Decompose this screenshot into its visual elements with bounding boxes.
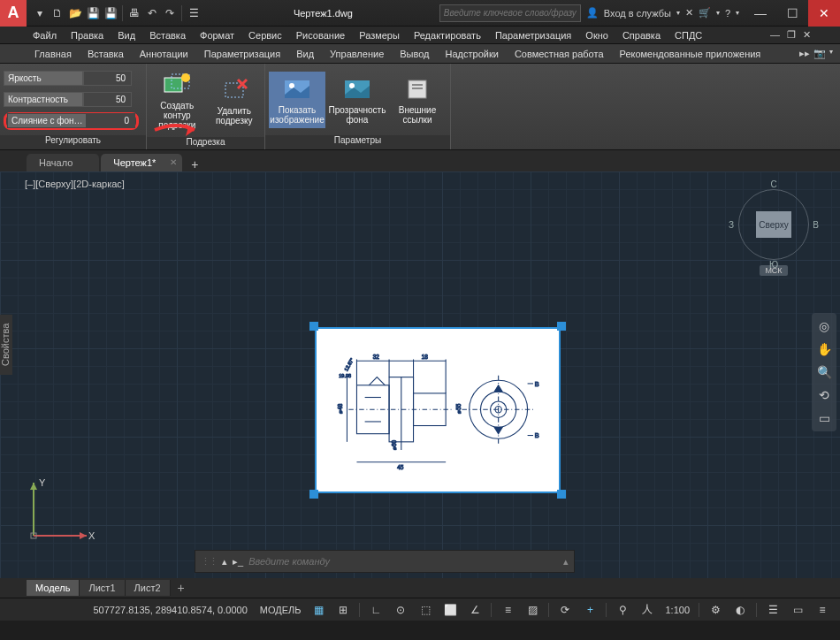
tab-view[interactable]: Вид xyxy=(288,46,322,62)
tab-addins[interactable]: Надстройки xyxy=(438,46,507,62)
show-image-button[interactable]: Показать изображение xyxy=(269,72,325,128)
app-logo[interactable]: A xyxy=(0,0,27,27)
lineweight-icon[interactable]: ≡ xyxy=(497,601,518,619)
transparency-toggle-icon[interactable]: ▨ xyxy=(522,601,543,619)
add-layout-button[interactable]: + xyxy=(171,581,192,595)
menu-parametric[interactable]: Параметризация xyxy=(489,28,577,42)
grip-icon[interactable] xyxy=(309,322,318,331)
tab-apps[interactable]: Рекомендованные приложения xyxy=(612,46,769,62)
tab-insert[interactable]: Вставка xyxy=(80,46,132,62)
xref-button[interactable]: Внешние ссылки xyxy=(389,72,446,128)
osnap-icon[interactable]: ⬜ xyxy=(439,601,461,619)
brightness-value[interactable]: 50 xyxy=(83,71,132,86)
save-icon[interactable]: 💾 xyxy=(85,5,101,21)
ortho-icon[interactable]: ∟ xyxy=(365,601,386,619)
menu-format[interactable]: Формат xyxy=(194,28,241,42)
menu-window[interactable]: Окно xyxy=(579,28,615,42)
workspace-icon[interactable]: ⚙ xyxy=(705,601,726,619)
cleanscreen-icon[interactable]: ▭ xyxy=(787,601,808,619)
menu-modify[interactable]: Редактировать xyxy=(408,28,487,42)
ribbon-pin-icon[interactable]: ▸▸ xyxy=(799,48,810,59)
isodraft-icon[interactable]: ⬚ xyxy=(415,601,436,619)
doc-minimize-icon[interactable]: — xyxy=(767,29,783,41)
menu-spds[interactable]: СПДС xyxy=(668,28,708,42)
tab-model[interactable]: Модель xyxy=(27,580,80,596)
annomonitor-icon[interactable]: + xyxy=(579,601,600,619)
menu-insert[interactable]: Вставка xyxy=(143,28,192,42)
user-icon[interactable]: 👤 xyxy=(586,7,599,19)
isolate-icon[interactable]: ☰ xyxy=(762,601,783,619)
selected-raster-image[interactable]: 32 18 12.87° 19.98 ⌀48 ⌀60 45 xyxy=(309,322,566,499)
viewcube[interactable]: С Ю В З Сверху МСК xyxy=(734,189,813,286)
tab-output[interactable]: Вывод xyxy=(392,46,437,62)
menu-dimension[interactable]: Размеры xyxy=(353,28,406,42)
hardware-accel-icon[interactable]: ◐ xyxy=(729,601,751,619)
otrack-icon[interactable]: ∠ xyxy=(464,601,485,619)
redo-icon[interactable]: ↷ xyxy=(162,5,178,21)
help-search-input[interactable] xyxy=(439,4,581,22)
pan-icon[interactable]: ✋ xyxy=(814,339,834,359)
coordinates-readout[interactable]: 507727.8135, 289410.8574, 0.0000 xyxy=(88,605,252,615)
close-tab-icon[interactable]: ✕ xyxy=(170,157,177,167)
menu-file[interactable]: Файл xyxy=(27,28,63,42)
exchange-icon[interactable]: ✕ xyxy=(685,7,693,19)
tab-manage[interactable]: Управление xyxy=(322,46,392,62)
tab-start[interactable]: Начало xyxy=(27,154,99,171)
new-icon[interactable]: 🗋 xyxy=(50,5,65,21)
menu-tools[interactable]: Сервис xyxy=(242,28,288,42)
contrast-row[interactable]: Контрастность 50 xyxy=(4,91,139,109)
grip-handle-icon[interactable]: ⋮⋮ xyxy=(201,556,217,568)
tab-layout2[interactable]: Лист2 xyxy=(126,580,171,596)
print-icon[interactable]: 🖶 xyxy=(126,5,142,21)
saveas-icon[interactable]: 💾 xyxy=(103,5,118,21)
grip-icon[interactable] xyxy=(309,490,318,499)
close-button[interactable]: ✕ xyxy=(808,0,840,27)
open-icon[interactable]: 📂 xyxy=(67,5,83,21)
contrast-value[interactable]: 50 xyxy=(83,92,132,107)
fade-value[interactable]: 0 xyxy=(87,113,135,128)
remove-clip-button[interactable]: Удалить подрезку xyxy=(208,72,262,129)
menu-view[interactable]: Вид xyxy=(111,28,141,42)
cycling-icon[interactable]: ⟳ xyxy=(554,601,576,619)
minimize-button[interactable]: — xyxy=(745,0,776,27)
tab-annotate[interactable]: Аннотации xyxy=(132,46,196,62)
model-space-button[interactable]: МОДЕЛЬ xyxy=(256,605,305,615)
command-line[interactable]: ⋮⋮ ▴ ▸_ ▴ xyxy=(195,550,575,573)
tab-parametric[interactable]: Параметризация xyxy=(196,46,288,62)
grip-icon[interactable] xyxy=(557,322,566,331)
tab-collab[interactable]: Совместная работа xyxy=(507,46,612,62)
new-tab-button[interactable]: + xyxy=(184,157,205,171)
layers-icon[interactable]: ☰ xyxy=(186,5,202,21)
ucs-icon[interactable]: Y X xyxy=(25,474,95,545)
fade-row[interactable]: Слияние с фон… 0 xyxy=(4,112,139,130)
orbit-icon[interactable]: ⟲ xyxy=(814,385,834,405)
customize-icon[interactable]: ≡ xyxy=(812,601,833,619)
tab-layout1[interactable]: Лист1 xyxy=(80,580,125,596)
scale-readout[interactable]: 1:100 xyxy=(661,605,693,615)
doc-restore-icon[interactable]: ❐ xyxy=(784,29,798,41)
history-icon[interactable]: ▴ xyxy=(222,556,227,568)
nav-wheel-icon[interactable]: ◎ xyxy=(814,316,834,336)
drawing-canvas[interactable]: [–][Сверху][2D-каркас] Свойства С Ю В З … xyxy=(0,171,840,578)
qat-menu-icon[interactable]: ▾ xyxy=(32,5,48,21)
menu-help[interactable]: Справка xyxy=(616,28,667,42)
snap-toggle-icon[interactable]: ⊞ xyxy=(332,601,354,619)
grid-toggle-icon[interactable]: ▦ xyxy=(308,601,329,619)
tab-drawing1[interactable]: Чертеж1*✕ xyxy=(101,154,182,171)
view-label[interactable]: [–][Сверху][2D-каркас] xyxy=(25,179,125,189)
menu-draw[interactable]: Рисование xyxy=(290,28,351,42)
transparency-button[interactable]: Прозрачность фона xyxy=(329,72,386,128)
undo-icon[interactable]: ↶ xyxy=(144,5,160,21)
polar-icon[interactable]: ⊙ xyxy=(390,601,411,619)
recent-commands-icon[interactable]: ▴ xyxy=(563,556,569,568)
brightness-row[interactable]: Яркость 50 xyxy=(4,70,139,88)
doc-close-icon[interactable]: ✕ xyxy=(800,29,813,41)
create-clip-button[interactable]: Создать контур подрезки xyxy=(150,67,204,133)
showmotion-icon[interactable]: ▭ xyxy=(814,408,834,428)
grip-icon[interactable] xyxy=(557,490,566,499)
annovisibility-icon[interactable]: 人 xyxy=(637,601,658,619)
maximize-button[interactable]: ☐ xyxy=(776,0,808,27)
annoscale-icon[interactable]: ⚲ xyxy=(612,601,633,619)
help-icon[interactable]: ? xyxy=(725,8,730,19)
zoom-icon[interactable]: 🔍 xyxy=(814,362,834,382)
